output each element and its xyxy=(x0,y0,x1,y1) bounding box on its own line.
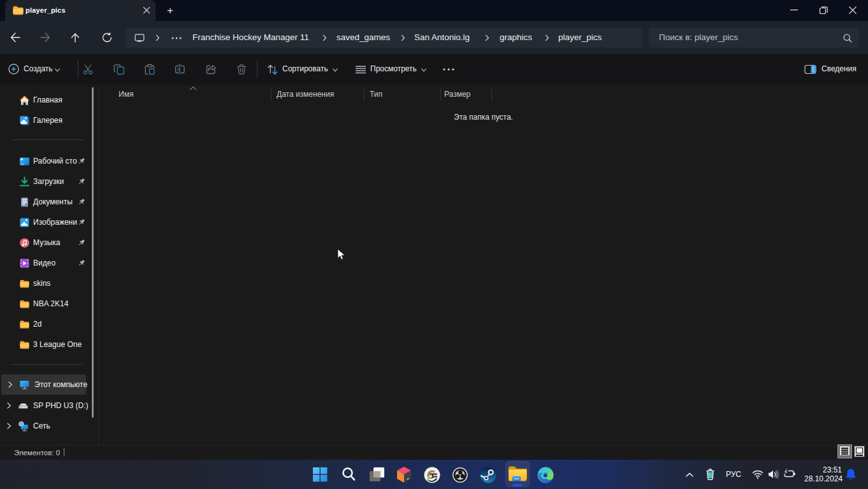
svg-text:A: A xyxy=(177,66,181,73)
